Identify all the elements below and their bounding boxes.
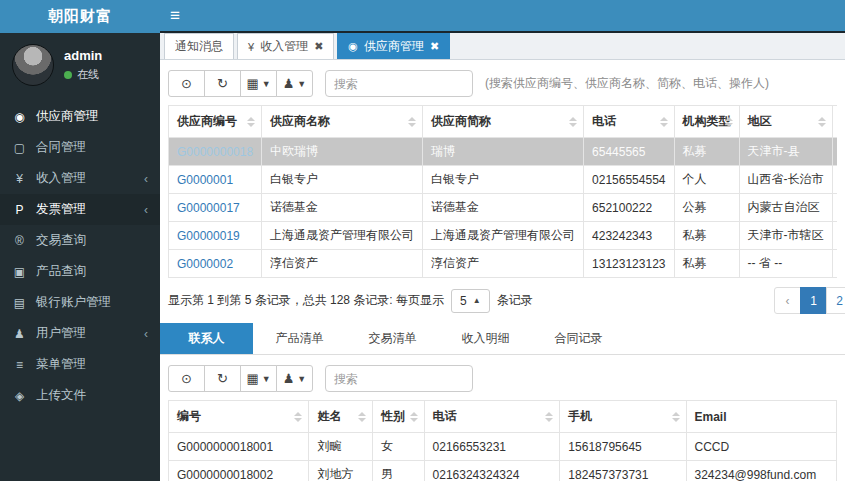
contact-row[interactable]: G0000000018001 刘畹 女 02166553231 15618795… <box>169 433 837 461</box>
detail-tab-contracts[interactable]: 合同记录 <box>532 323 625 354</box>
page-2-button[interactable]: 2 <box>826 287 845 314</box>
sort-icon[interactable] <box>818 117 826 127</box>
paging-toggle-button[interactable]: ⊙ <box>168 70 205 97</box>
supplier-id-link[interactable]: G00000017 <box>177 201 240 215</box>
sort-icon[interactable] <box>408 117 416 127</box>
page-1-button[interactable]: 1 <box>800 287 827 314</box>
tab-income[interactable]: ¥ 收入管理 ✖ <box>237 33 334 59</box>
refresh-button[interactable]: ↻ <box>204 70 241 97</box>
sidebar-item-label: 银行账户管理 <box>36 294 111 311</box>
user-status-label: 在线 <box>77 67 99 82</box>
contact-toolbar: ⊙ ↻ ▦▼ ♟▼ <box>168 365 837 392</box>
sort-icon[interactable] <box>569 117 577 127</box>
sidebar-menu: ◉ 供应商管理 ▢ 合同管理 ¥ 收入管理 ‹ P 发票管理 ‹ ® 交易查询 <box>0 101 160 411</box>
export-button[interactable]: ♟▼ <box>276 70 313 97</box>
col-contact-id[interactable]: 编号 <box>169 401 309 433</box>
sidebar-item-contracts[interactable]: ▢ 合同管理 <box>0 132 160 163</box>
cell-phone: 652100222 <box>584 194 674 222</box>
columns-button[interactable]: ▦▼ <box>240 70 277 97</box>
col-supplier-short[interactable]: 供应商简称 <box>423 106 584 138</box>
tab-label: 收入管理 <box>260 38 308 55</box>
sidebar-item-transactions[interactable]: ® 交易查询 <box>0 225 160 256</box>
user-panel: admin 在线 <box>0 33 160 95</box>
circle-dot-icon: ◉ <box>348 40 358 53</box>
sidebar-item-bank-accounts[interactable]: ▤ 银行账户管理 <box>0 287 160 318</box>
tab-notifications[interactable]: 通知消息 <box>164 33 234 59</box>
paging-toggle-button[interactable]: ⊙ <box>168 365 205 392</box>
supplier-id-link[interactable]: G0000002 <box>177 257 233 271</box>
cell-id: G0000000018002 <box>169 461 309 481</box>
cell-email: CCCD <box>686 433 836 461</box>
col-contact-phone[interactable]: 电话 <box>424 401 560 433</box>
col-operator[interactable]: 操作人 <box>832 106 837 138</box>
columns-button[interactable]: ▦▼ <box>240 365 277 392</box>
detail-tab-transactions[interactable]: 交易清单 <box>346 323 439 354</box>
paging-toggle-icon: ⊙ <box>181 371 192 386</box>
sidebar-item-invoices[interactable]: P 发票管理 ‹ <box>0 194 160 225</box>
col-contact-name[interactable]: 姓名 <box>309 401 373 433</box>
sort-icon[interactable] <box>725 117 733 127</box>
supplier-toolbar: ⊙ ↻ ▦▼ ♟▼ (搜索供应商编号、供应商名称、简称、电话、操作人) <box>168 70 837 97</box>
cell-name: 诺德基金 <box>262 194 423 222</box>
sidebar-item-label: 产品查询 <box>36 263 86 280</box>
sort-icon[interactable] <box>410 412 418 422</box>
prev-page-button[interactable]: ‹ <box>774 287 801 314</box>
supplier-row[interactable]: G00000017 诺德基金 诺德基金 652100222 公募 内蒙古自治区 … <box>169 194 838 222</box>
sort-icon[interactable] <box>672 412 680 422</box>
detail-tab-products[interactable]: 产品清单 <box>253 323 346 354</box>
detail-tab-income[interactable]: 收入明细 <box>439 323 532 354</box>
cell-mobile: 15618795645 <box>560 433 686 461</box>
tab-suppliers[interactable]: ◉ 供应商管理 ✖ <box>337 33 450 59</box>
cell-name: 白银专户 <box>262 166 423 194</box>
online-status-icon <box>64 71 72 79</box>
sidebar-item-upload[interactable]: ◈ 上传文件 <box>0 380 160 411</box>
col-region[interactable]: 地区 <box>739 106 832 138</box>
contact-row[interactable]: G0000000018002 刘地方 男 0216324324324 18245… <box>169 461 837 481</box>
supplier-id-link[interactable]: G00000019 <box>177 229 240 243</box>
cell-region: 天津市-县 <box>739 138 832 166</box>
col-phone[interactable]: 电话 <box>584 106 674 138</box>
col-mobile[interactable]: 手机 <box>560 401 686 433</box>
supplier-table-wrap: 供应商编号 供应商名称 供应商简称 电话 机构类型 地区 操作人 G000000… <box>168 105 837 278</box>
close-icon[interactable]: ✖ <box>314 40 323 53</box>
sidebar-item-income[interactable]: ¥ 收入管理 ‹ <box>0 163 160 194</box>
supplier-row[interactable]: G00000019 上海通晟资产管理有限公司 上海通晟资产管理有限公司 4232… <box>169 222 838 250</box>
tab-label: 供应商管理 <box>364 38 424 55</box>
sidebar-item-users[interactable]: ♟ 用户管理 ‹ <box>0 318 160 349</box>
close-icon[interactable]: ✖ <box>430 40 439 53</box>
sidebar-item-label: 用户管理 <box>36 325 86 342</box>
cell-name: 中欧瑞博 <box>262 138 423 166</box>
supplier-row[interactable]: G0000001 白银专户 白银专户 02156554554 个人 山西省-长治… <box>169 166 838 194</box>
cell-email: 324234@998fund.com <box>686 461 836 481</box>
col-email[interactable]: Email <box>686 401 836 433</box>
supplier-id-link[interactable]: G0000000018 <box>177 145 253 159</box>
col-org-type[interactable]: 机构类型 <box>674 106 739 138</box>
sort-icon[interactable] <box>660 117 668 127</box>
sidebar-item-suppliers[interactable]: ◉ 供应商管理 <box>0 101 160 132</box>
contact-table-wrap: 编号 姓名 性别 电话 手机 Email G0000000018001 刘畹 女… <box>168 400 837 481</box>
detail-tab-contacts[interactable]: 联系人 <box>160 323 253 354</box>
sidebar-item-products[interactable]: ▣ 产品查询 <box>0 256 160 287</box>
supplier-search-input[interactable] <box>325 70 473 97</box>
page-size-select[interactable]: 5 ▲ <box>451 289 490 313</box>
supplier-id-link[interactable]: G0000001 <box>177 173 233 187</box>
sort-icon[interactable] <box>358 412 366 422</box>
sort-icon[interactable] <box>294 412 302 422</box>
col-supplier-id[interactable]: 供应商编号 <box>169 106 262 138</box>
col-gender[interactable]: 性别 <box>372 401 424 433</box>
cell-phone: 13123123123 <box>584 250 674 278</box>
supplier-row[interactable]: G0000000018 中欧瑞博 瑞博 65445565 私募 天津市-县 a <box>169 138 838 166</box>
sort-icon[interactable] <box>247 117 255 127</box>
contact-search-input[interactable] <box>325 365 473 392</box>
pagination-summary-suffix: 条记录 <box>497 292 533 309</box>
sort-icon[interactable] <box>545 412 553 422</box>
supplier-row[interactable]: G0000002 淳信资产 淳信资产 13123123123 私募 -- 省 -… <box>169 250 838 278</box>
sidebar-item-menus[interactable]: ≡ 菜单管理 <box>0 349 160 380</box>
export-button[interactable]: ♟▼ <box>276 365 313 392</box>
refresh-button[interactable]: ↻ <box>204 365 241 392</box>
brand-logo[interactable]: 朝阳财富 <box>0 0 160 33</box>
col-supplier-name[interactable]: 供应商名称 <box>262 106 423 138</box>
avatar[interactable] <box>12 44 54 86</box>
hamburger-icon[interactable]: ≡ <box>170 7 180 24</box>
sidebar-item-label: 菜单管理 <box>36 356 86 373</box>
